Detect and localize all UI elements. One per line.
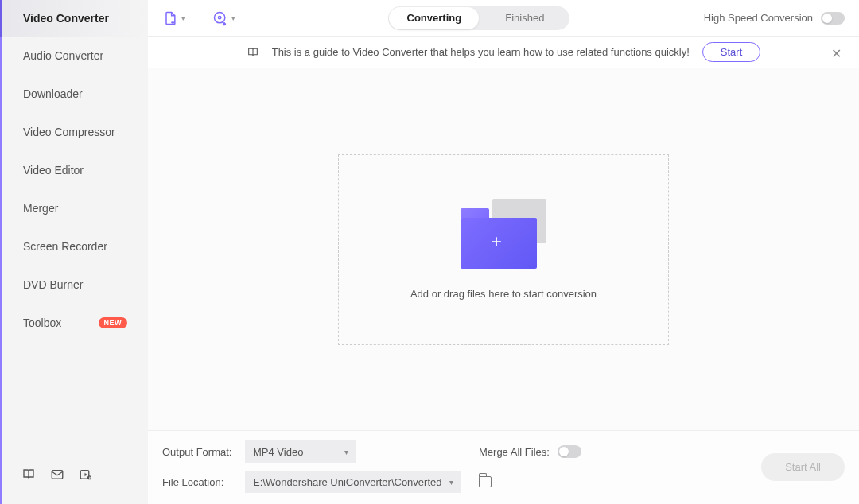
tab-converting[interactable]: Converting — [389, 7, 479, 29]
sidebar-item-screen-recorder[interactable]: Screen Recorder — [2, 227, 148, 266]
folder-add-icon: + — [461, 199, 546, 269]
dropzone[interactable]: + Add or drag files here to start conver… — [338, 154, 669, 345]
sidebar-item-label: Video Converter — [23, 12, 109, 25]
guide-start-button[interactable]: Start — [702, 42, 760, 62]
sidebar-item-label: Screen Recorder — [23, 240, 107, 253]
book-open-icon — [247, 46, 259, 59]
chevron-down-icon: ▾ — [449, 478, 453, 487]
close-icon[interactable]: ✕ — [831, 46, 842, 61]
sidebar-item-label: Merger — [23, 202, 58, 215]
svg-point-3 — [215, 12, 225, 22]
account-icon[interactable] — [79, 467, 93, 485]
sidebar-item-video-editor[interactable]: Video Editor — [2, 151, 148, 189]
output-format-label: Output Format: — [162, 446, 234, 458]
high-speed-label: High Speed Conversion — [704, 12, 813, 24]
sidebar-item-label: Video Compressor — [23, 126, 115, 138]
toolbar: ▾ ▾ Converting Finished High Speed Conve… — [148, 0, 859, 37]
sidebar-item-video-compressor[interactable]: Video Compressor — [2, 113, 148, 151]
guide-bar: This is a guide to Video Converter that … — [148, 37, 859, 68]
svg-point-4 — [219, 16, 221, 18]
dropzone-label: Add or drag files here to start conversi… — [410, 288, 597, 300]
high-speed-toggle[interactable] — [821, 12, 845, 25]
file-location-label: File Location: — [162, 476, 234, 488]
add-file-group[interactable]: ▾ — [162, 10, 185, 26]
file-location-select[interactable]: E:\Wondershare UniConverter\Converted ▾ — [245, 471, 461, 493]
svg-point-2 — [88, 476, 91, 479]
sidebar-item-video-converter[interactable]: Video Converter — [2, 0, 148, 37]
start-all-button[interactable]: Start All — [761, 453, 845, 481]
sidebar-item-label: Video Editor — [23, 164, 84, 176]
output-format-select[interactable]: MP4 Video ▾ — [245, 440, 356, 463]
sidebar-item-merger[interactable]: Merger — [2, 189, 148, 227]
mail-icon[interactable] — [50, 467, 64, 485]
sidebar-bottom — [2, 456, 148, 504]
status-segment: Converting Finished — [388, 6, 569, 30]
add-disc-group[interactable]: ▾ — [212, 10, 235, 26]
sidebar-item-label: Audio Converter — [23, 49, 103, 62]
main-panel: ▾ ▾ Converting Finished High Speed Conve… — [148, 0, 859, 504]
add-file-icon — [162, 10, 178, 26]
file-location-value: E:\Wondershare UniConverter\Converted — [253, 476, 442, 488]
sidebar-item-label: DVD Burner — [23, 278, 83, 291]
bottom-bar: Output Format: MP4 Video ▾ Merge All Fil… — [148, 430, 859, 504]
sidebar-item-dvd-burner[interactable]: DVD Burner — [2, 266, 148, 304]
guide-text: This is a guide to Video Converter that … — [272, 46, 690, 58]
merge-label: Merge All Files: — [479, 446, 550, 458]
guide-icon[interactable] — [21, 467, 36, 485]
output-format-value: MP4 Video — [253, 446, 303, 458]
sidebar-item-label: Toolbox — [23, 316, 61, 329]
open-folder-button[interactable] — [479, 476, 492, 487]
new-badge: NEW — [99, 317, 128, 328]
chevron-down-icon: ▾ — [231, 14, 235, 22]
chevron-down-icon: ▾ — [181, 14, 185, 22]
sidebar-item-downloader[interactable]: Downloader — [2, 75, 148, 113]
sidebar-item-toolbox[interactable]: Toolbox NEW — [2, 304, 148, 342]
sidebar: Video Converter Audio Converter Download… — [0, 0, 148, 504]
add-disc-icon — [212, 10, 228, 26]
tab-finished[interactable]: Finished — [480, 6, 569, 30]
content-area: + Add or drag files here to start conver… — [148, 68, 859, 430]
chevron-down-icon: ▾ — [344, 448, 348, 456]
sidebar-item-label: Downloader — [23, 87, 83, 100]
sidebar-item-audio-converter[interactable]: Audio Converter — [2, 37, 148, 75]
merge-toggle[interactable] — [558, 445, 581, 458]
high-speed-group: High Speed Conversion — [704, 12, 845, 25]
